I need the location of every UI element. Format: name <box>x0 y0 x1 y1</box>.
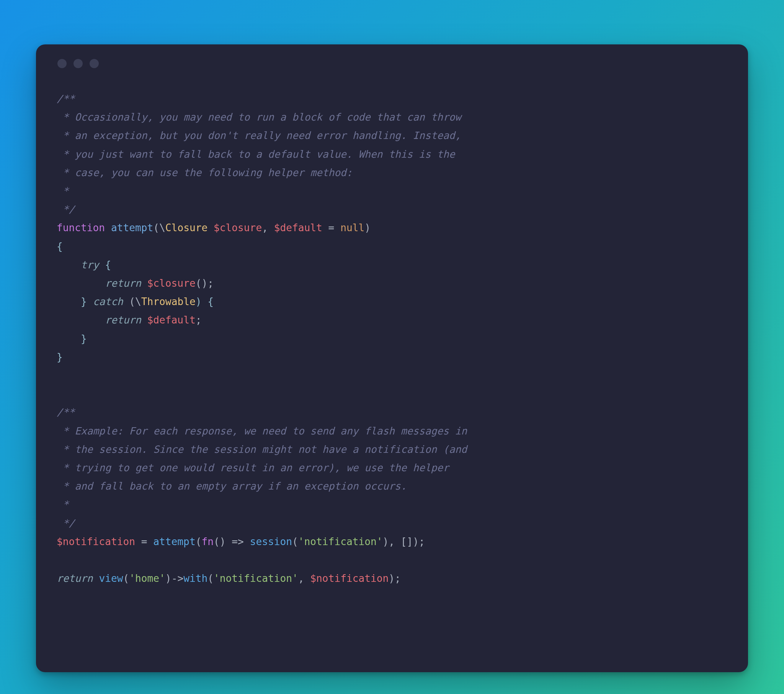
function-call: view <box>99 573 123 584</box>
indent <box>57 333 81 345</box>
punct: ( <box>292 536 298 547</box>
traffic-close-icon[interactable] <box>58 59 67 68</box>
variable: $closure <box>147 277 196 289</box>
class-ref: Throwable <box>141 296 196 307</box>
comment-line: */ <box>57 518 75 529</box>
punct: ( <box>196 536 202 547</box>
indent <box>57 259 81 270</box>
operator: = <box>135 536 153 547</box>
comment-line: * Occasionally, you may need to run a bl… <box>57 111 461 123</box>
brace: } <box>81 296 93 307</box>
comment-line: */ <box>57 204 75 215</box>
operator: => <box>232 536 244 547</box>
null-literal: null <box>340 222 364 234</box>
keyword-fn: fn <box>201 536 214 547</box>
space <box>141 314 147 326</box>
function-call: session <box>250 536 292 547</box>
traffic-minimize-icon[interactable] <box>74 59 83 68</box>
punct: ) <box>364 222 371 234</box>
comment-line: * the session. Since the session might n… <box>57 443 467 455</box>
space <box>93 573 99 584</box>
keyword-return: return <box>105 277 141 289</box>
function-call: attempt <box>153 536 195 547</box>
operator-arrow: -> <box>171 573 184 584</box>
comment-line: * and fall back to an empty array if an … <box>57 480 407 492</box>
variable: $notification <box>57 536 135 547</box>
keyword-try: try <box>81 259 99 270</box>
code-block: /** * Occasionally, you may need to run … <box>57 89 727 588</box>
namespace-sep: \ <box>135 296 141 307</box>
editor-window: /** * Occasionally, you may need to run … <box>36 45 748 672</box>
comment-line: * you just want to fall back to a defaul… <box>57 148 455 160</box>
comment-line: * case, you can use the following helper… <box>57 167 352 178</box>
brace: { <box>99 259 111 270</box>
comment-line: /** <box>57 93 75 104</box>
window-traffic-lights <box>57 59 727 89</box>
variable: $default <box>147 314 196 326</box>
keyword-function: function <box>57 222 105 234</box>
variable: $closure <box>214 222 262 234</box>
keyword-catch: catch <box>93 296 123 307</box>
space <box>141 277 147 289</box>
namespace-sep: \ <box>159 222 165 234</box>
comment-line: * <box>57 185 69 197</box>
punct: ; <box>196 314 202 326</box>
function-name: attempt <box>111 222 153 234</box>
variable: $notification <box>310 573 389 584</box>
space <box>244 536 250 547</box>
punct: ( <box>153 222 159 234</box>
punct: ); <box>389 573 401 584</box>
comment-line: * an exception, but you don't really nee… <box>57 130 461 141</box>
brace: ) { <box>196 296 214 307</box>
keyword-return: return <box>57 573 93 584</box>
comment-line: * trying to get one would result in an e… <box>57 462 449 473</box>
space <box>208 222 214 234</box>
keyword-return: return <box>105 314 141 326</box>
variable: $default <box>274 222 322 234</box>
punct: ( <box>123 296 135 307</box>
indent <box>57 277 105 289</box>
comment-line: * Example: For each response, we need to… <box>57 425 467 437</box>
comment-line: * <box>57 499 69 510</box>
indent <box>57 314 105 326</box>
punct: ) <box>165 573 171 584</box>
punct: ), []); <box>383 536 425 547</box>
traffic-zoom-icon[interactable] <box>90 59 99 68</box>
comment-line: /** <box>57 407 75 418</box>
punct: , <box>262 222 274 234</box>
brace: { <box>57 241 63 252</box>
string: 'notification' <box>214 573 298 584</box>
brace: } <box>81 333 87 345</box>
punct: ( <box>123 573 129 584</box>
operator: = <box>322 222 340 234</box>
string: 'notification' <box>298 536 383 547</box>
class-ref: Closure <box>165 222 208 234</box>
punct: , <box>298 573 310 584</box>
punct: ( <box>208 573 214 584</box>
brace: } <box>57 351 63 363</box>
method-call: with <box>183 573 208 584</box>
punct: (); <box>196 277 214 289</box>
string: 'home' <box>129 573 165 584</box>
punct: () <box>214 536 232 547</box>
indent <box>57 296 81 307</box>
page-background: /** * Occasionally, you may need to run … <box>0 0 784 672</box>
